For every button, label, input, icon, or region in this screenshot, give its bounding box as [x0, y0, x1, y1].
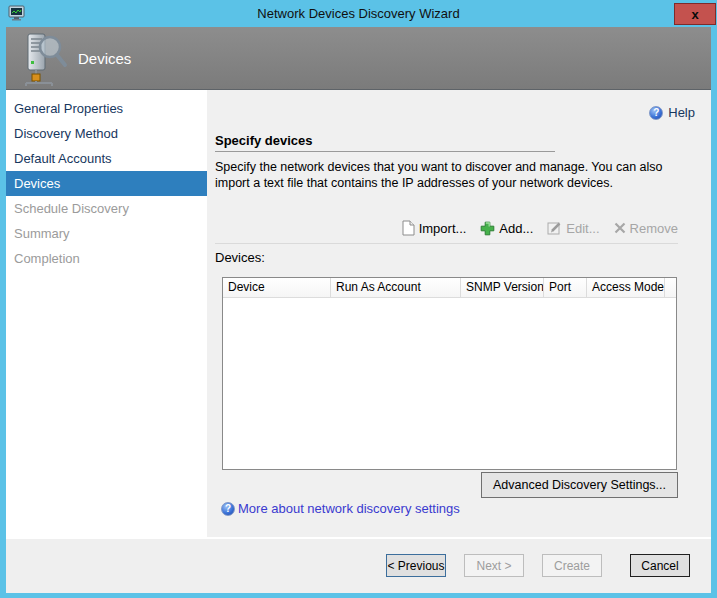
devices-table[interactable]: Device Run As Account SNMP Version Port … [222, 277, 677, 470]
column-header-port[interactable]: Port [544, 278, 587, 297]
server-magnifier-icon [22, 32, 70, 86]
next-button[interactable]: Next > [464, 554, 524, 577]
devices-table-body[interactable] [223, 298, 676, 469]
title-bar: Network Devices Discovery Wizard x [0, 0, 717, 27]
help-label: Help [668, 105, 695, 120]
heading-rule [215, 151, 555, 152]
section-heading: Specify devices [215, 133, 313, 148]
sidebar-item-general-properties[interactable]: General Properties [6, 96, 207, 121]
help-link[interactable]: ? Help [649, 105, 695, 120]
column-header-snmp-version[interactable]: SNMP Version [461, 278, 544, 297]
sidebar-item-devices[interactable]: Devices [6, 171, 207, 196]
section-description: Specify the network devices that you wan… [215, 159, 687, 191]
footer-buttons: < Previous Next > Create Cancel [386, 554, 690, 577]
column-header-run-as-account[interactable]: Run As Account [331, 278, 461, 297]
cancel-button[interactable]: Cancel [630, 554, 690, 577]
sidebar-item-schedule-discovery[interactable]: Schedule Discovery [6, 196, 207, 221]
x-mark-icon [614, 222, 626, 234]
sidebar-item-summary[interactable]: Summary [6, 221, 207, 246]
column-header-filler [665, 278, 676, 297]
edit-button[interactable]: Edit... [547, 221, 599, 236]
main-panel: ? Help Specify devices Specify the netwo… [207, 90, 711, 537]
advanced-discovery-settings-button[interactable]: Advanced Discovery Settings... [481, 472, 678, 498]
column-header-device[interactable]: Device [223, 278, 331, 297]
add-button[interactable]: Add... [480, 221, 533, 236]
blank-page-icon [402, 220, 415, 236]
previous-button[interactable]: < Previous [386, 554, 446, 577]
page-title: Devices [78, 50, 131, 67]
more-about-label: More about network discovery settings [238, 501, 460, 516]
close-button[interactable]: x [674, 3, 716, 25]
wizard-steps-sidebar: General Properties Discovery Method Defa… [6, 90, 207, 537]
devices-toolbar: Import... Add... Edit... [402, 218, 678, 238]
sidebar-item-default-accounts[interactable]: Default Accounts [6, 146, 207, 171]
sidebar-item-completion[interactable]: Completion [6, 246, 207, 271]
help-icon: ? [649, 106, 663, 120]
sidebar-item-discovery-method[interactable]: Discovery Method [6, 121, 207, 146]
more-about-link[interactable]: ? More about network discovery settings [221, 501, 460, 516]
question-circle-icon: ? [221, 502, 235, 516]
import-button[interactable]: Import... [402, 220, 467, 236]
create-button[interactable]: Create [542, 554, 602, 577]
toolbar-separator [215, 243, 678, 244]
remove-button[interactable]: Remove [614, 221, 678, 236]
devices-table-header: Device Run As Account SNMP Version Port … [223, 278, 676, 298]
green-plus-icon [480, 221, 495, 236]
column-header-access-mode[interactable]: Access Mode [587, 278, 665, 297]
devices-list-label: Devices: [215, 250, 265, 265]
wizard-window: Network Devices Discovery Wizard x Devic… [0, 0, 717, 598]
window-title: Network Devices Discovery Wizard [0, 0, 717, 27]
wizard-header: Devices [6, 27, 711, 90]
footer-bar: < Previous Next > Create Cancel [6, 537, 711, 593]
edit-page-icon [547, 221, 562, 235]
